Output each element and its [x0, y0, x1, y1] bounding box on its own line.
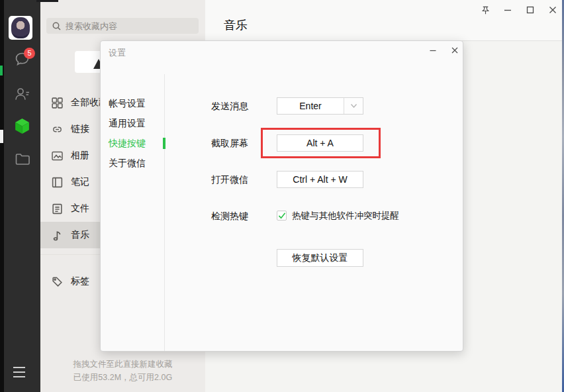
dialog-menu-divider	[164, 74, 165, 351]
menu-item-general-settings[interactable]: 通用设置	[109, 117, 146, 130]
sidebar-item-label: 相册	[71, 150, 89, 162]
minimize-icon[interactable]	[502, 4, 514, 16]
background-accent-green	[0, 66, 3, 75]
avatar[interactable]	[9, 16, 32, 40]
file-icon	[51, 203, 64, 215]
dialog-close-icon[interactable]	[448, 44, 461, 56]
selected-menu-indicator	[163, 138, 165, 149]
sidebar-item-label: 链接	[71, 123, 89, 135]
open-wechat-hotkey-button[interactable]: Ctrl + Alt + W	[277, 171, 363, 188]
drag-hint-text: 拖拽文件至此直接新建收藏	[40, 358, 205, 371]
partial-glyph	[93, 59, 100, 69]
settings-dialog: 设置 帐号设置 通用设置 快捷按键 关于微信 发送消息 Enter 截取屏幕 A…	[100, 40, 463, 352]
restore-defaults-button[interactable]: 恢复默认设置	[277, 249, 363, 267]
search-input[interactable]	[66, 21, 193, 31]
sidebar-item-label: 音乐	[71, 229, 89, 241]
conflict-alert-checkbox[interactable]	[277, 211, 287, 220]
background-window-sliver-top	[36, 0, 58, 2]
send-message-select[interactable]: Enter	[277, 97, 363, 115]
menu-item-shortcuts[interactable]: 快捷按键	[109, 136, 146, 150]
menu-icon[interactable]	[13, 367, 25, 381]
nav-rail: 5	[4, 0, 40, 392]
menu-item-about-wechat[interactable]: 关于微信	[109, 156, 146, 170]
capture-screen-label: 截取屏幕	[211, 138, 248, 148]
background-accent-white	[0, 130, 3, 143]
chevron-down-icon	[344, 98, 363, 114]
note-icon	[51, 176, 64, 189]
favorites-icon[interactable]	[4, 117, 40, 136]
page-title: 音乐	[224, 17, 248, 33]
dialog-title: 设置	[109, 47, 126, 59]
open-wechat-label: 打开微信	[211, 174, 248, 185]
sidebar-item-label: 文件	[71, 203, 89, 215]
content-header: 音乐	[205, 0, 564, 41]
sidebar-item-label: 标签	[71, 275, 89, 287]
contacts-icon[interactable]	[4, 85, 40, 103]
detect-hotkey-label: 检测热键	[211, 211, 248, 221]
storage-status: 拖拽文件至此直接新建收藏 已使用53.2M，总可用2.0G	[40, 358, 205, 384]
photo-icon	[51, 150, 64, 162]
send-message-label: 发送消息	[211, 101, 248, 111]
wechat-window: 5	[0, 0, 564, 392]
send-message-value: Enter	[277, 98, 344, 114]
partially-hidden-card	[75, 51, 100, 73]
tag-icon	[51, 275, 64, 288]
unread-badge: 5	[24, 48, 35, 59]
search-icon	[52, 21, 62, 31]
check-icon	[278, 212, 286, 219]
menu-item-account-settings[interactable]: 帐号设置	[109, 97, 146, 110]
search-box[interactable]	[46, 18, 199, 34]
maximize-icon[interactable]	[524, 4, 536, 16]
capture-hotkey-button[interactable]: Alt + A	[277, 134, 363, 152]
conflict-alert-label: 热键与其他软件冲突时提醒	[292, 211, 399, 221]
pin-icon[interactable]	[479, 4, 491, 16]
grid-icon	[51, 97, 64, 109]
close-icon[interactable]	[547, 4, 559, 16]
music-icon	[51, 229, 64, 242]
avatar-image	[11, 17, 30, 38]
storage-usage-text: 已使用53.2M，总可用2.0G	[40, 371, 205, 384]
link-icon	[51, 123, 64, 136]
dialog-minimize-icon[interactable]	[426, 44, 440, 56]
sidebar-item-label: 笔记	[71, 176, 89, 188]
folder-icon[interactable]	[4, 151, 40, 167]
